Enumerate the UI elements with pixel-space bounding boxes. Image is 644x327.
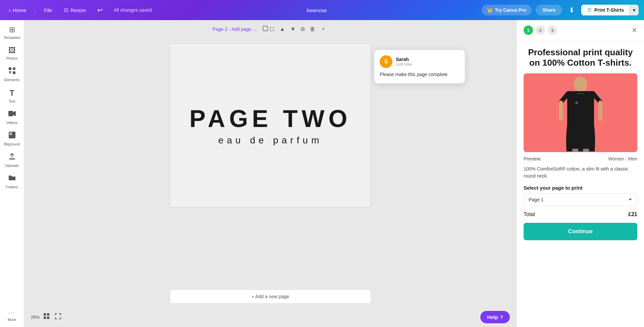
svg-rect-3 [13,71,15,74]
description-text: 100% ComfortSoft® cotton, a slim fit wit… [524,166,637,180]
women-link[interactable]: Women [608,156,624,161]
file-menu-button[interactable]: File [41,5,55,15]
preview-label: Preview: [524,156,542,161]
sidebar-item-elements[interactable]: Elements [1,64,23,84]
continue-button[interactable]: Continue [524,223,637,240]
svg-rect-12 [44,317,46,319]
total-price: £21 [628,211,637,217]
svg-marker-5 [13,111,16,116]
notes-icon-button[interactable]: ☐ [261,24,276,34]
print-button-group: 👕 Print T-Shirts ▾ [581,5,639,15]
download-button[interactable]: ⬇ [566,4,577,16]
svg-rect-4 [8,111,13,116]
home-button[interactable]: ‹ Home [5,5,30,16]
panel-title: Professional print quality on 100% Cotto… [524,47,637,68]
folders-icon [8,174,16,184]
page-toolbar: Page 2 - Add page ... ☐ ▲ ▼ ⧉ 🗑 ＋ [24,20,517,37]
step-1-circle[interactable]: 1 [524,25,533,35]
panel-content: Professional print quality on 100% Cotto… [517,41,644,247]
videos-icon [8,110,16,119]
elements-icon [8,67,16,76]
header-right: 👑 Try Canva Pro Share ⬇ 👕 Print T-Shirts… [482,4,639,16]
add-new-page-button[interactable]: + Add a new page [170,289,371,304]
grid-view-button[interactable] [42,312,51,322]
add-page-toolbar-button[interactable]: ＋ [319,24,328,34]
step-2-circle[interactable]: 2 [536,25,545,35]
print-dropdown-button[interactable]: ▾ [629,5,639,15]
sidebar-item-bkground[interactable]: Bkground [1,129,23,149]
templates-label: Templates [3,36,20,40]
gender-separator: | [626,156,627,161]
page-label: Page 2 - Add page ... [213,26,257,32]
help-label: Help [487,314,498,320]
svg-rect-17 [559,101,563,121]
step-3-circle[interactable]: 3 [548,25,557,35]
folders-label: Folders [6,185,18,189]
canvas-bottom-bar: 26% Help ? [24,307,517,327]
shirt-icon: 👕 [587,7,592,13]
resize-icon: ⊡ [64,7,68,13]
delete-page-button[interactable]: 🗑 [308,25,317,34]
more-icon: ··· [8,309,15,316]
elements-label: Elements [4,78,20,82]
try-pro-label: Try Canva Pro [495,7,526,13]
uploads-icon [8,153,16,162]
tshirt-preview-image [524,73,637,152]
fullscreen-button[interactable] [54,312,62,322]
sidebar-item-templates[interactable]: ⊞ Templates [1,23,23,42]
up-arrow-button[interactable]: ▲ [278,25,287,34]
try-pro-button[interactable]: 👑 Try Canva Pro [482,5,532,15]
text-label: Text [8,99,15,103]
home-label: Home [13,7,26,13]
svg-rect-7 [9,132,12,135]
sidebar-item-photos[interactable]: 🖼 Photos [1,44,23,63]
svg-rect-18 [598,101,602,121]
header-center: kwanzaa [157,7,476,13]
close-panel-button[interactable]: ✕ [632,26,637,34]
sidebar-item-more[interactable]: ··· More [1,307,23,324]
resize-label: Resize [70,7,86,13]
comment-author: Sarah [396,57,412,62]
canvas-scroll[interactable]: PAGE TWO eau de parfum S Sarah Just now [24,37,517,327]
undo-button[interactable]: ↩ [95,4,106,16]
comment-meta: Sarah Just now [396,57,412,67]
share-button[interactable]: Share [536,5,562,15]
add-page-link[interactable]: Add page ... [231,26,257,32]
sidebar-item-videos[interactable]: Videos [1,107,23,127]
preview-row: Preview: Women | Men [524,156,637,161]
zoom-controls: 26% [31,312,62,322]
help-button[interactable]: Help ? [480,311,510,323]
svg-rect-0 [9,67,11,70]
men-link[interactable]: Men [628,156,637,161]
sidebar-item-text[interactable]: T Text [1,86,23,106]
steps-indicator: 1 2 3 [524,25,557,35]
sidebar-item-uploads[interactable]: Uploads [1,150,23,170]
gender-links: Women | Men [608,156,637,161]
help-icon: ? [500,314,503,320]
comment-avatar: S [380,55,392,68]
comment-bubble: S Sarah Just now Please make this page c… [374,50,465,83]
total-label: Total [524,211,535,217]
photos-label: Photos [6,56,17,60]
page-select-dropdown[interactable]: Page 1 [524,193,637,206]
print-button[interactable]: 👕 Print T-Shirts [581,5,629,15]
header: ‹ Home File ⊡ Resize ↩ All changes saved… [0,0,644,20]
templates-icon: ⊞ [9,25,15,34]
design-page[interactable]: PAGE TWO eau de parfum [170,43,371,207]
chevron-left-icon: ‹ [9,7,11,14]
resize-button[interactable]: ⊡ Resize [61,5,89,15]
comment-time: Just now [396,62,412,67]
page-wrapper: PAGE TWO eau de parfum S Sarah Just now [170,43,371,207]
svg-point-1 [13,67,15,70]
main-layout: ⊞ Templates 🖼 Photos Elements T Text [0,20,644,327]
videos-label: Videos [6,121,17,125]
text-icon: T [9,88,14,98]
toolbar-icons: ☐ ▲ ▼ ⧉ 🗑 ＋ [261,24,328,34]
down-arrow-button[interactable]: ▼ [288,25,298,34]
svg-marker-2 [9,71,11,74]
total-row: Total £21 [524,211,637,217]
sidebar-item-folders[interactable]: Folders [1,172,23,192]
copy-page-button[interactable]: ⧉ [299,25,307,34]
comment-header: S Sarah Just now [380,55,460,68]
more-label: More [8,318,16,322]
